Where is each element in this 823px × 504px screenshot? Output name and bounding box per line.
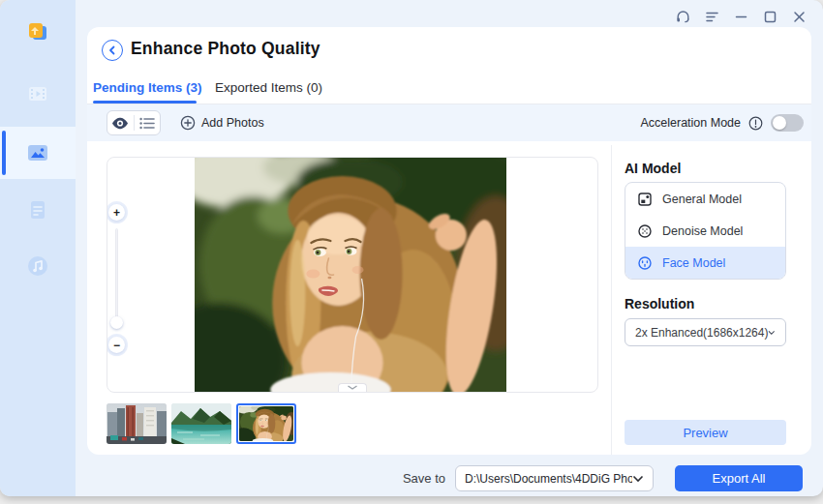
preview-view-button[interactable] — [107, 111, 134, 134]
model-label: Denoise Model — [662, 224, 743, 238]
sidebar-item-video[interactable] — [0, 68, 76, 120]
panel-divider — [611, 145, 612, 455]
zoom-out-button[interactable]: − — [108, 337, 125, 353]
active-indicator — [2, 131, 6, 175]
list-icon — [139, 117, 155, 130]
view-mode-switcher — [107, 110, 161, 135]
thumbnail-portrait[interactable] — [236, 403, 296, 444]
ai-model-heading: AI Model — [625, 161, 681, 176]
resolution-dropdown[interactable]: 2x Enhanced(1686x1264) — [625, 318, 786, 346]
plus-circle-icon — [180, 115, 196, 131]
add-photos-button[interactable]: Add Photos — [180, 104, 264, 141]
denoise-model-icon — [637, 223, 653, 239]
chevron-down-icon — [768, 329, 776, 337]
sidebar-item-photo-enhancer[interactable] — [0, 127, 76, 179]
face-model-icon — [637, 255, 653, 271]
thumbnail-strip — [107, 403, 296, 444]
model-option-general[interactable]: General Model — [625, 183, 785, 215]
export-all-button[interactable]: Export All — [675, 465, 803, 491]
minimize-icon[interactable] — [733, 9, 749, 25]
add-photos-label: Add Photos — [201, 116, 264, 130]
sidebar-item-audio[interactable] — [0, 240, 76, 292]
app-window: Enhance Photo Quality Pending Items (3) … — [0, 0, 823, 496]
model-option-denoise[interactable]: Denoise Model — [625, 215, 785, 247]
save-path-dropdown[interactable]: D:\Users\Documents\4DDiG Phot... — [455, 465, 654, 491]
list-view-button[interactable] — [135, 111, 161, 134]
save-path-value: D:\Users\Documents\4DDiG Phot... — [465, 472, 632, 486]
titlebar-controls — [675, 9, 808, 25]
toggle-knob — [773, 116, 786, 130]
zoom-in-button[interactable]: + — [108, 204, 125, 221]
main-card: Enhance Photo Quality Pending Items (3) … — [87, 27, 811, 455]
app-logo — [0, 6, 76, 58]
bottom-bar: Save to D:\Users\Documents\4DDiG Phot...… — [403, 465, 803, 491]
photo-preview-area: + − — [107, 157, 598, 393]
zoom-slider-knob[interactable] — [110, 316, 123, 329]
save-to-label: Save to — [403, 471, 445, 486]
resolution-heading: Resolution — [625, 296, 694, 311]
tab-exported-items[interactable]: Exported Items (0) — [215, 80, 322, 95]
zoom-slider-track[interactable] — [115, 228, 118, 329]
general-model-icon — [637, 192, 653, 207]
model-option-face[interactable]: Face Model — [625, 247, 785, 279]
headset-icon[interactable] — [675, 9, 691, 25]
ai-model-list: General Model Denoise Model — [625, 182, 786, 280]
page-title: Enhance Photo Quality — [131, 39, 320, 59]
chevron-down-icon — [347, 384, 358, 391]
portrait-photo-preview — [195, 158, 506, 392]
eye-icon — [111, 117, 129, 130]
close-icon[interactable] — [791, 9, 808, 25]
thumbnail-lake[interactable] — [171, 403, 231, 444]
sidebar-item-document[interactable] — [0, 184, 76, 236]
preview-button[interactable]: Preview — [625, 420, 786, 445]
chevron-down-icon — [632, 475, 644, 483]
sidebar — [0, 0, 76, 496]
tab-pending-items[interactable]: Pending Items (3) — [93, 80, 202, 95]
acceleration-mode-label: Acceleration Mode — [640, 116, 741, 130]
toolbar: Add Photos Acceleration Mode — [87, 104, 811, 141]
model-label: Face Model — [662, 256, 725, 270]
thumbnail-city[interactable] — [107, 403, 167, 444]
acceleration-toggle[interactable] — [771, 114, 804, 132]
back-button[interactable] — [102, 40, 123, 61]
collapse-handle[interactable] — [338, 383, 367, 392]
info-icon[interactable] — [748, 116, 763, 131]
acceleration-mode: Acceleration Mode — [640, 104, 804, 141]
model-label: General Model — [662, 193, 742, 206]
maximize-icon[interactable] — [762, 9, 778, 25]
resolution-value: 2x Enhanced(1686x1264) — [635, 326, 768, 340]
menu-icon[interactable] — [704, 9, 720, 25]
